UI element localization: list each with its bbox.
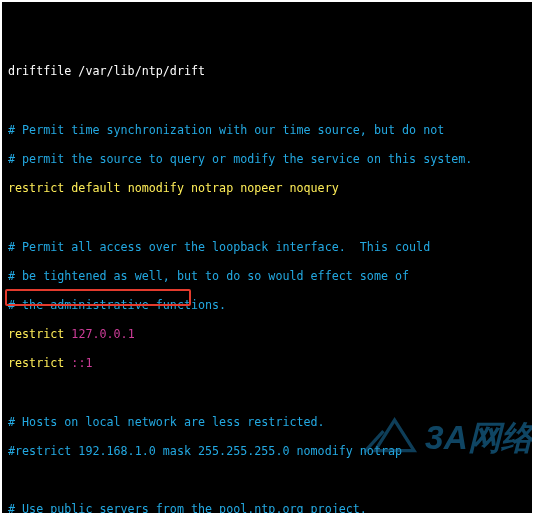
config-line: restrict ::1 (8, 356, 526, 371)
comment-line: # the administrative functions. (8, 298, 526, 313)
config-line: restrict 127.0.0.1 (8, 327, 526, 342)
comment-line: # Permit time synchronization with our t… (8, 123, 526, 138)
comment-line: # Use public servers from the pool.ntp.o… (8, 502, 526, 513)
terminal-view: { "l1": "driftfile /var/lib/ntp/drift", … (2, 2, 532, 513)
comment-line: # permit the source to query or modify t… (8, 152, 526, 167)
comment-line: # be tightened as well, but to do so wou… (8, 269, 526, 284)
config-line: restrict default nomodify notrap nopeer … (8, 181, 526, 196)
comment-line: # Hosts on local network are less restri… (8, 415, 526, 430)
comment-line: #restrict 192.168.1.0 mask 255.255.255.0… (8, 444, 526, 459)
comment-line: # Permit all access over the loopback in… (8, 240, 526, 255)
watermark-logo: 3A网络 (322, 395, 522, 483)
config-line: driftfile /var/lib/ntp/drift (8, 64, 526, 79)
